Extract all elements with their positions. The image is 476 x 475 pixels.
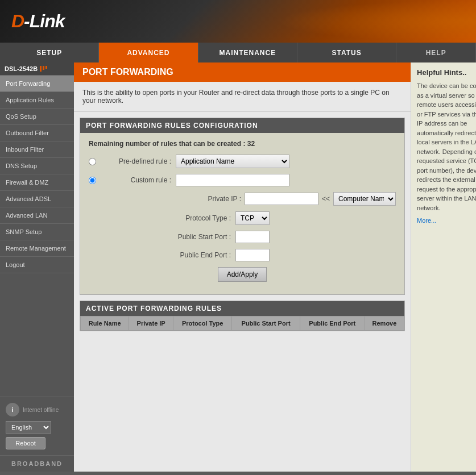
predefined-rule-label: Pre-defined rule : bbox=[103, 157, 171, 165]
custom-rule-input[interactable]: By-Web bbox=[176, 174, 289, 186]
col-rule-name: Rule Name bbox=[81, 316, 129, 331]
public-end-port-row: Public End Port : 443 bbox=[89, 249, 396, 261]
dlink-logo: D-Link bbox=[11, 11, 65, 32]
page-description: This is the ability to open ports in you… bbox=[74, 82, 411, 112]
add-apply-button[interactable]: Add/Apply bbox=[218, 267, 267, 282]
help-more-link[interactable]: More... bbox=[417, 217, 476, 224]
broadband-label: BROADBAND bbox=[0, 455, 74, 472]
private-ip-label: Private IP : bbox=[173, 195, 241, 203]
sidebar-item-logout[interactable]: Logout bbox=[0, 257, 74, 273]
computer-name-select[interactable]: Computer Name bbox=[333, 192, 396, 206]
sidebar-item-advanced-adsl[interactable]: Advanced ADSL bbox=[0, 191, 74, 207]
device-badge: DSL-2542B bbox=[0, 63, 74, 76]
protocol-type-label: Protocol Type : bbox=[163, 214, 231, 222]
arrow-text: << bbox=[322, 195, 330, 203]
sidebar-item-port-forwarding[interactable]: Port Forwarding bbox=[0, 76, 74, 92]
col-public-end-port: Public End Port bbox=[300, 316, 365, 331]
nav-tabs: SETUP ADVANCED MAINTENANCE STATUS HELP bbox=[0, 43, 476, 63]
public-end-port-label: Public End Port : bbox=[163, 251, 231, 259]
active-rules-header: ACTIVE PORT FORWARDING RULES bbox=[80, 301, 404, 316]
active-rules-section: ACTIVE PORT FORWARDING RULES Rule Name P… bbox=[80, 301, 405, 331]
public-start-port-input[interactable]: 443 bbox=[235, 231, 270, 243]
header: D-Link bbox=[0, 0, 476, 43]
custom-rule-row: Custom rule : By-Web bbox=[89, 174, 396, 186]
tab-advanced[interactable]: ADVANCED bbox=[99, 43, 198, 63]
col-remove: Remove bbox=[365, 316, 404, 331]
col-protocol-type: Protocol Type bbox=[173, 316, 231, 331]
main-layout: DSL-2542B Port Forwarding Application Ru… bbox=[0, 63, 476, 472]
config-box-header: PORT FORWARDING RULES CONFIGURATION bbox=[80, 118, 404, 133]
tab-status[interactable]: STATUS bbox=[297, 43, 396, 63]
sidebar-item-advanced-lan[interactable]: Advanced LAN bbox=[0, 207, 74, 224]
internet-status: i Internet offline bbox=[6, 403, 68, 416]
signal-icon bbox=[40, 66, 47, 72]
active-rules-table: Rule Name Private IP Protocol Type Publi… bbox=[80, 316, 404, 331]
help-title: Helpful Hints.. bbox=[417, 68, 476, 77]
public-end-port-input[interactable]: 443 bbox=[235, 249, 270, 261]
language-select[interactable]: English bbox=[6, 421, 51, 434]
sidebar-bottom: i Internet offline English Reboot bbox=[0, 397, 74, 455]
col-private-ip: Private IP bbox=[129, 316, 173, 331]
internet-status-text: Internet offline bbox=[23, 407, 59, 413]
tab-help[interactable]: HELP bbox=[396, 43, 476, 63]
device-label: DSL-2542B bbox=[5, 65, 38, 72]
sidebar-item-dns-setup[interactable]: DNS Setup bbox=[0, 158, 74, 174]
sidebar: DSL-2542B Port Forwarding Application Ru… bbox=[0, 63, 74, 472]
public-start-port-row: Public Start Port : 443 bbox=[89, 231, 396, 243]
protocol-select[interactable]: TCP UDP Both bbox=[235, 211, 270, 225]
config-box-body: Remaining number of rules that can be cr… bbox=[80, 133, 404, 294]
protocol-type-row: Protocol Type : TCP UDP Both bbox=[89, 211, 396, 225]
page-title: PORT FORWARDING bbox=[74, 63, 411, 82]
predefined-rule-row: Pre-defined rule : Application Name bbox=[89, 155, 396, 168]
sidebar-item-qos-setup[interactable]: QoS Setup bbox=[0, 109, 74, 125]
sidebar-item-firewall-dmz[interactable]: Firewall & DMZ bbox=[0, 174, 74, 191]
private-ip-row: Private IP : 192.168.0.110 << Computer N… bbox=[89, 192, 396, 206]
sidebar-item-application-rules[interactable]: Application Rules bbox=[0, 92, 74, 109]
sidebar-item-remote-management[interactable]: Remote Management bbox=[0, 240, 74, 257]
sidebar-item-inbound-filter[interactable]: Inbound Filter bbox=[0, 141, 74, 158]
right-section: PORT FORWARDING This is the ability to o… bbox=[74, 63, 476, 472]
help-text: The device can be configured as a virtua… bbox=[417, 81, 476, 213]
custom-radio[interactable] bbox=[89, 177, 96, 184]
private-ip-input[interactable]: 192.168.0.110 bbox=[245, 193, 318, 205]
public-start-port-label: Public Start Port : bbox=[163, 233, 231, 241]
table-header-row: Rule Name Private IP Protocol Type Publi… bbox=[81, 316, 404, 331]
tab-setup[interactable]: SETUP bbox=[0, 43, 99, 63]
col-public-start-port: Public Start Port bbox=[232, 316, 300, 331]
sidebar-item-snmp-setup[interactable]: SNMP Setup bbox=[0, 224, 74, 240]
tab-maintenance[interactable]: MAINTENANCE bbox=[198, 43, 297, 63]
config-box: PORT FORWARDING RULES CONFIGURATION Rema… bbox=[80, 118, 405, 295]
remaining-rules-text: Remaining number of rules that can be cr… bbox=[89, 140, 396, 148]
predefined-radio[interactable] bbox=[89, 158, 96, 165]
custom-rule-label: Custom rule : bbox=[103, 176, 171, 184]
help-panel: Helpful Hints.. The device can be config… bbox=[411, 63, 476, 472]
content-area: PORT FORWARDING This is the ability to o… bbox=[74, 63, 411, 472]
reboot-button[interactable]: Reboot bbox=[6, 437, 45, 449]
status-icon: i bbox=[6, 403, 19, 416]
predefined-rule-select[interactable]: Application Name bbox=[176, 155, 289, 168]
sidebar-item-outbound-filter[interactable]: Outbound Filter bbox=[0, 125, 74, 141]
